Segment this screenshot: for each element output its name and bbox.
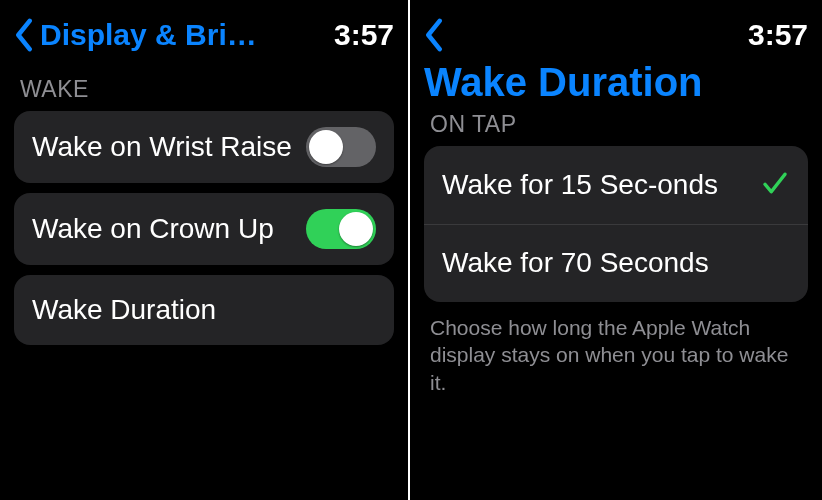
wake-duration-options: Wake for 15 Sec-onds Wake for 70 Seconds	[424, 146, 808, 302]
wake-duration-row[interactable]: Wake Duration	[14, 275, 394, 345]
display-brightness-screen: Display & Bri… 3:57 WAKE Wake on Wrist R…	[0, 0, 410, 500]
section-label-on-tap: ON TAP	[430, 111, 808, 138]
option-wake-70-seconds[interactable]: Wake for 70 Seconds	[424, 224, 808, 302]
back-chevron-icon[interactable]	[14, 18, 34, 52]
option-label: Wake for 15 Sec-onds	[442, 169, 718, 201]
footer-help-text: Choose how long the Apple Watch display …	[430, 314, 802, 396]
wake-on-wrist-raise-toggle[interactable]	[306, 127, 376, 167]
wake-on-wrist-raise-label: Wake on Wrist Raise	[32, 131, 292, 163]
page-title: Wake Duration	[424, 60, 808, 105]
back-chevron-icon[interactable]	[424, 18, 444, 52]
wake-on-wrist-raise-row[interactable]: Wake on Wrist Raise	[14, 111, 394, 183]
clock-time: 3:57	[748, 18, 808, 52]
checkmark-icon	[760, 168, 790, 202]
wake-on-crown-up-toggle[interactable]	[306, 209, 376, 249]
section-label-wake: WAKE	[20, 76, 394, 103]
wake-duration-label: Wake Duration	[32, 294, 216, 326]
wake-duration-screen: 3:57 Wake Duration ON TAP Wake for 15 Se…	[410, 0, 822, 500]
header: 3:57	[424, 12, 808, 58]
back-title[interactable]: Display & Bri…	[40, 18, 257, 52]
wake-on-crown-up-row[interactable]: Wake on Crown Up	[14, 193, 394, 265]
clock-time: 3:57	[334, 18, 394, 52]
wake-on-crown-up-label: Wake on Crown Up	[32, 213, 274, 245]
option-label: Wake for 70 Seconds	[442, 247, 709, 279]
option-wake-15-seconds[interactable]: Wake for 15 Sec-onds	[424, 146, 808, 224]
header: Display & Bri… 3:57	[14, 12, 394, 58]
